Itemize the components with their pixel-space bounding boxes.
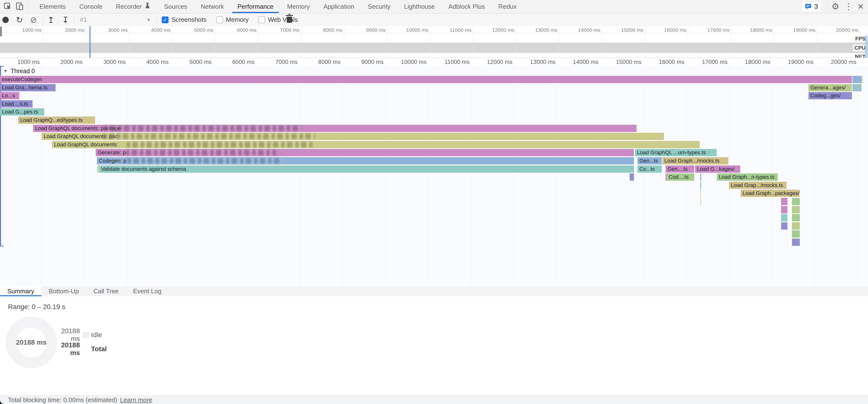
flame-bar-lo-s[interactable]: Lo...s bbox=[0, 92, 20, 99]
flame-bar[interactable] bbox=[852, 76, 862, 83]
flame-bar-cod-ts[interactable]: Cod....ts bbox=[667, 174, 694, 181]
screenshots-checkbox[interactable]: ✓ bbox=[162, 17, 168, 23]
overview-playhead[interactable] bbox=[90, 26, 90, 58]
overview-tick-label: 12000 ms bbox=[492, 27, 516, 33]
ruler-tick-label: 4000 ms bbox=[146, 59, 170, 65]
flame-bar-load-g-pes-ts[interactable]: Load G...pes.ts bbox=[0, 108, 44, 116]
details-tab-summary[interactable]: Summary bbox=[0, 286, 41, 296]
flame-bar[interactable] bbox=[701, 190, 701, 197]
web-vitals-checkbox[interactable] bbox=[258, 17, 265, 23]
flame-bar[interactable] bbox=[781, 206, 787, 213]
devtools-tab-recorder[interactable]: Recorder bbox=[109, 0, 157, 13]
device-toolbar-icon[interactable] bbox=[16, 2, 24, 11]
load-profile-button[interactable]: ↥ bbox=[48, 13, 55, 26]
legend-label: Idle bbox=[91, 331, 102, 339]
overview-tick-label: 14000 ms bbox=[578, 27, 602, 33]
flame-bar-codeg-ges[interactable]: Codeg...ges/ bbox=[808, 92, 852, 99]
cpu-activity-band bbox=[0, 43, 868, 53]
ruler-tick-label: 19000 ms bbox=[788, 59, 815, 65]
legend-label: Total bbox=[91, 345, 107, 353]
overview-tick-label: 2000 ms bbox=[65, 27, 86, 33]
flame-bar-co-ts[interactable]: Co...ts bbox=[638, 165, 662, 173]
inspect-element-icon[interactable] bbox=[3, 2, 12, 11]
flame-bar-load-graph-n-types-ts[interactable]: Load Graph...n-types.ts bbox=[717, 174, 778, 181]
overview-scrollbar-thumb[interactable] bbox=[865, 35, 868, 59]
range-label: Range: 0 – 20.19 s bbox=[8, 303, 65, 311]
flame-bar-load-graph-packages[interactable]: Load Graph...packages/ bbox=[741, 190, 800, 197]
flame-bar-gen-ts[interactable]: Gen....ts bbox=[665, 165, 694, 173]
devtools-tab-security[interactable]: Security bbox=[361, 0, 397, 13]
memory-checkbox[interactable] bbox=[216, 17, 223, 23]
issues-badge[interactable]: 3 bbox=[801, 1, 822, 12]
flame-bar-validate-documents-against-schema[interactable]: Validate documents against schema bbox=[99, 165, 634, 173]
thread-header[interactable]: ▼ Thread 0 bbox=[3, 68, 35, 74]
devtools-tab-elements[interactable]: Elements bbox=[33, 0, 72, 13]
flame-bar-executecodegen[interactable]: executeCodegen bbox=[0, 76, 852, 83]
flame-gridline bbox=[600, 65, 600, 286]
flame-bar-gen-ts[interactable]: Gen...ts bbox=[638, 157, 662, 164]
flame-bar[interactable] bbox=[97, 165, 99, 173]
flame-bar-load-gra-hema-ts[interactable]: Load Gra...hema.ts bbox=[0, 84, 56, 91]
devtools-tab-lighthouse[interactable]: Lighthouse bbox=[397, 0, 441, 13]
flame-bar-load-g-kages[interactable]: Load G...kages/ bbox=[695, 165, 740, 173]
learn-more-link[interactable]: Learn more bbox=[120, 396, 152, 404]
devtools-tab-application[interactable]: Application bbox=[316, 0, 361, 13]
devtools-tab-network[interactable]: Network bbox=[194, 0, 230, 13]
collapse-triangle-icon[interactable]: ▼ bbox=[3, 68, 8, 74]
flame-bar[interactable] bbox=[700, 174, 702, 181]
flame-chart[interactable]: ▼ Thread 0 executeCodegenLoad Gra...hema… bbox=[0, 65, 868, 286]
clear-button[interactable]: ⊘ bbox=[30, 13, 37, 26]
devtools-tab-console[interactable]: Console bbox=[72, 0, 109, 13]
flame-bar[interactable] bbox=[700, 182, 702, 189]
ruler-tick-label: 17000 ms bbox=[702, 59, 729, 65]
record-button[interactable] bbox=[2, 13, 9, 26]
devtools-tab-redux[interactable]: Redux bbox=[492, 0, 523, 13]
flame-gridline bbox=[428, 65, 428, 286]
devtools-tab-sources[interactable]: Sources bbox=[157, 0, 194, 13]
overview-gridline bbox=[731, 26, 731, 58]
flame-bar[interactable] bbox=[781, 222, 787, 229]
devtools-tab-performance[interactable]: Performance bbox=[230, 0, 280, 13]
flame-gridline bbox=[471, 65, 471, 286]
overview-left-handle[interactable] bbox=[0, 27, 2, 36]
overview-gridline bbox=[258, 26, 258, 58]
flame-bar[interactable] bbox=[792, 239, 800, 246]
settings-gear-icon[interactable]: ⚙ bbox=[831, 2, 839, 11]
flame-bar[interactable] bbox=[862, 76, 863, 83]
flame-bar[interactable] bbox=[792, 214, 800, 221]
flame-bar[interactable] bbox=[781, 214, 787, 221]
devtools-tab-adblock-plus[interactable]: Adblock Plus bbox=[442, 0, 492, 13]
devtools-tab-memory[interactable]: Memory bbox=[280, 0, 316, 13]
flame-bar-load-graphql-urn-types-ts[interactable]: Load GraphQL ...urn-types.ts bbox=[635, 149, 717, 156]
flame-bar[interactable] bbox=[630, 174, 634, 181]
flame-gridline bbox=[858, 65, 858, 286]
flame-bar-load-s-ts[interactable]: Load ...s.ts bbox=[0, 100, 33, 107]
flame-bar[interactable] bbox=[852, 84, 862, 91]
details-tab-event-log[interactable]: Event Log bbox=[126, 286, 169, 296]
session-select[interactable]: #1 bbox=[80, 13, 87, 26]
legend-spacer bbox=[83, 346, 89, 352]
timeline-overview[interactable]: FPS CPU NET 1000 ms2000 ms3000 ms4000 ms… bbox=[0, 26, 868, 58]
flame-bar[interactable] bbox=[792, 222, 800, 229]
details-tab-bottom-up[interactable]: Bottom-Up bbox=[41, 286, 86, 296]
flame-gridline bbox=[84, 65, 84, 286]
session-select-caret-icon[interactable]: ▾ bbox=[147, 13, 150, 26]
flame-bar-load-graph-mocks-ts[interactable]: Load Graph.../mocks.ts bbox=[662, 157, 728, 164]
details-tab-call-tree[interactable]: Call Tree bbox=[86, 286, 126, 296]
flame-bar[interactable] bbox=[792, 230, 800, 238]
flame-gridline bbox=[643, 65, 643, 286]
close-devtools-icon[interactable]: × bbox=[858, 1, 864, 12]
flame-bar[interactable] bbox=[781, 198, 787, 205]
reload-and-record-button[interactable]: ↻ bbox=[16, 13, 23, 26]
flamechart-ruler[interactable]: 1000 ms2000 ms3000 ms4000 ms5000 ms6000 … bbox=[0, 58, 868, 65]
kebab-menu-icon[interactable]: ⋮ bbox=[844, 2, 853, 11]
flame-bar[interactable] bbox=[792, 206, 800, 213]
save-profile-button[interactable]: ↧ bbox=[62, 13, 69, 26]
flame-bar-load-grap-mocks-ts[interactable]: Load Grap.../mocks.ts bbox=[729, 182, 786, 189]
flame-bar-genera-ages[interactable]: Genera...ages/ bbox=[808, 84, 852, 91]
flame-gridline bbox=[342, 65, 342, 286]
flame-bar[interactable] bbox=[701, 198, 701, 205]
flame-bar[interactable] bbox=[792, 198, 800, 205]
flame-bar-load-graphq-ed-types-ts[interactable]: Load GraphQ...ed/types.ts bbox=[18, 117, 95, 124]
delete-recording-button[interactable] bbox=[287, 13, 292, 26]
